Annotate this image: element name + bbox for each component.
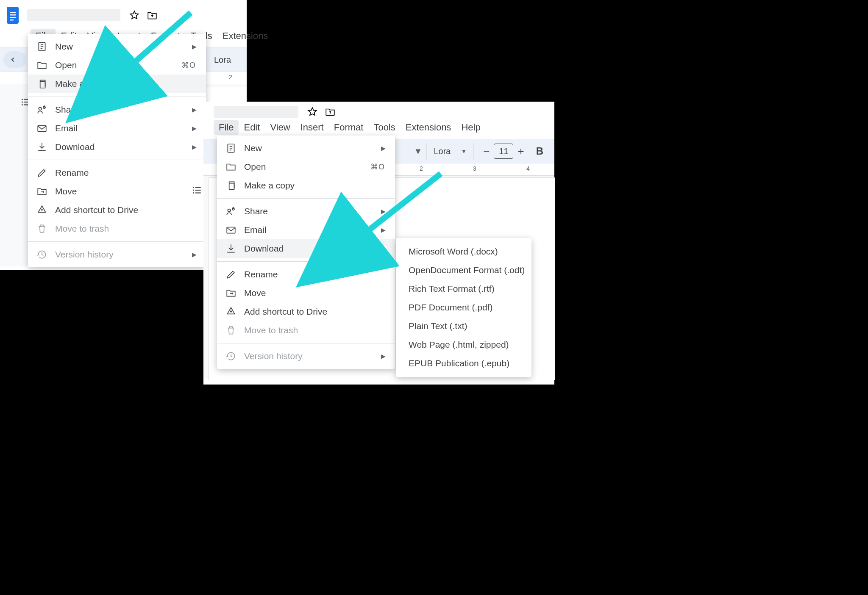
bold-button[interactable]: B — [534, 145, 546, 157]
menu-tools[interactable]: Tools — [368, 120, 400, 135]
doc-title[interactable] — [214, 106, 298, 118]
download-odt[interactable]: OpenDocument Format (.odt) — [396, 261, 531, 280]
font-picker[interactable]: Lora ▼ — [426, 143, 474, 160]
history-icon — [225, 351, 236, 362]
chevron-right-icon: ▶ — [381, 208, 386, 215]
move-to-drive-icon[interactable] — [325, 106, 336, 117]
chevron-right-icon: ▶ — [381, 227, 386, 233]
file-menu-add-shortcut[interactable]: Add shortcut to Drive — [217, 302, 395, 321]
chevron-right-icon: ▶ — [192, 106, 197, 113]
rename-icon — [36, 167, 47, 178]
rename-icon — [225, 269, 236, 280]
menu-help[interactable]: Help — [456, 120, 485, 135]
file-menu-version[interactable]: Version history ▶ — [28, 245, 206, 264]
file-menu-share[interactable]: Share ▶ — [28, 100, 206, 119]
history-icon — [36, 249, 47, 260]
svg-rect-3 — [10, 17, 16, 18]
menu-edit[interactable]: Edit — [239, 120, 265, 135]
menu-view[interactable]: View — [265, 120, 295, 135]
file-menu-make-copy[interactable]: Make a copy — [217, 176, 395, 195]
chevron-down-icon: ▼ — [461, 148, 467, 155]
folder-icon — [36, 60, 47, 71]
menu-format[interactable]: Format — [329, 120, 369, 135]
open-shortcut: ⌘O — [370, 162, 385, 172]
ruler-mark: 4 — [526, 165, 530, 172]
move-to-drive-icon[interactable] — [147, 10, 158, 21]
styles-dropdown-caret-icon[interactable]: ▼ — [414, 147, 423, 156]
svg-rect-21 — [195, 190, 201, 191]
download-txt[interactable]: Plain Text (.txt) — [396, 317, 531, 335]
font-size-input[interactable]: 11 — [494, 144, 513, 159]
doc-title[interactable] — [27, 9, 120, 21]
file-menu-download[interactable]: Download ▶ — [28, 138, 206, 156]
increase-font-button[interactable]: + — [517, 145, 524, 158]
chevron-right-icon: ▶ — [381, 353, 386, 360]
download-icon — [36, 141, 47, 152]
file-menu-new[interactable]: New ▶ — [217, 139, 395, 158]
font-picker[interactable]: Lora — [205, 51, 238, 68]
drive-shortcut-icon — [225, 306, 236, 317]
trash-icon — [36, 223, 47, 234]
file-menu-move[interactable]: Move — [28, 182, 206, 201]
svg-rect-1 — [10, 12, 16, 13]
file-menu-make-copy[interactable]: Make a copy — [28, 75, 206, 93]
file-menu-rename[interactable]: Rename — [28, 163, 206, 182]
share-icon — [225, 206, 236, 217]
menu-extensions[interactable]: Extensions — [401, 120, 456, 135]
copy-icon — [36, 78, 47, 89]
svg-rect-12 — [40, 82, 45, 88]
menu-insert[interactable]: Insert — [295, 120, 329, 135]
move-icon — [36, 186, 47, 197]
file-menu-trash: Move to trash — [28, 219, 206, 238]
star-icon[interactable] — [307, 106, 318, 117]
download-pdf[interactable]: PDF Document (.pdf) — [396, 298, 531, 317]
svg-point-17 — [193, 187, 194, 188]
chevron-right-icon: ▶ — [192, 251, 197, 258]
file-menu-trash: Move to trash — [217, 321, 395, 340]
file-menu-share[interactable]: Share ▶ — [217, 202, 395, 221]
svg-point-13 — [39, 108, 42, 111]
svg-point-18 — [193, 189, 194, 191]
new-doc-icon — [225, 143, 236, 154]
move-icon — [225, 288, 236, 299]
file-menu-download[interactable]: Download ▶ — [217, 239, 395, 258]
file-menu-add-shortcut[interactable]: Add shortcut to Drive — [28, 201, 206, 219]
email-icon — [225, 224, 236, 235]
file-menu-email[interactable]: Email ▶ — [217, 221, 395, 239]
undo-button[interactable] — [3, 51, 26, 68]
svg-rect-4 — [10, 19, 14, 21]
file-menu-open[interactable]: Open ⌘O — [28, 56, 206, 75]
chevron-right-icon: ▶ — [192, 144, 197, 150]
menu-extensions[interactable]: Extensions — [217, 29, 273, 43]
download-epub[interactable]: EPUB Publication (.epub) — [396, 354, 531, 373]
ruler-mark: 2 — [420, 165, 423, 172]
file-menu-rename[interactable]: Rename — [217, 265, 395, 284]
star-icon[interactable] — [129, 10, 140, 21]
download-rtf[interactable]: Rich Text Format (.rtf) — [396, 280, 531, 298]
docs-logo-icon[interactable] — [4, 4, 21, 26]
svg-point-5 — [22, 99, 23, 100]
download-icon — [225, 243, 236, 254]
decrease-font-button[interactable]: − — [483, 145, 490, 158]
svg-point-19 — [193, 192, 194, 194]
file-menu: New ▶ Open ⌘O Make a copy Share ▶ Email … — [217, 136, 395, 369]
download-docx[interactable]: Microsoft Word (.docx) — [396, 242, 531, 261]
file-menu-email[interactable]: Email ▶ — [28, 119, 206, 138]
ruler-mark: 2 — [229, 74, 232, 80]
show-outline-icon[interactable] — [188, 182, 205, 199]
file-menu-move[interactable]: Move — [217, 284, 395, 302]
svg-rect-22 — [195, 192, 201, 193]
svg-point-25 — [228, 209, 231, 212]
font-name: Lora — [214, 55, 231, 65]
file-menu-open[interactable]: Open ⌘O — [217, 158, 395, 176]
chevron-right-icon: ▶ — [381, 245, 386, 252]
chevron-right-icon: ▶ — [192, 43, 197, 50]
open-shortcut: ⌘O — [181, 61, 196, 70]
file-menu-new[interactable]: New ▶ — [28, 37, 206, 56]
copy-icon — [225, 180, 236, 191]
svg-rect-20 — [195, 187, 201, 188]
chevron-right-icon: ▶ — [381, 145, 386, 152]
download-html[interactable]: Web Page (.html, zipped) — [396, 335, 531, 354]
menu-file[interactable]: File — [214, 120, 239, 135]
file-menu-version[interactable]: Version history ▶ — [217, 347, 395, 365]
